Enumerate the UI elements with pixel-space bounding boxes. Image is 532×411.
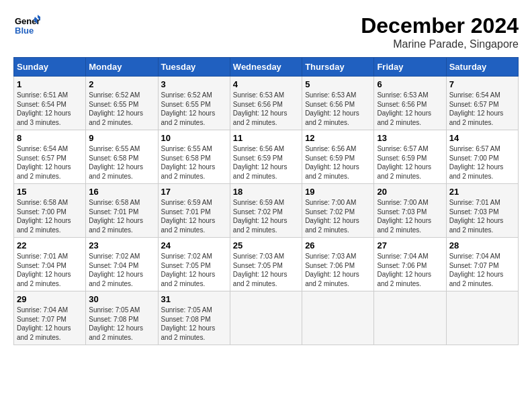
- page-header: General Blue December 2024 Marine Parade…: [13, 13, 519, 50]
- day-number: 16: [89, 187, 154, 197]
- day-number: 26: [305, 240, 371, 250]
- day-number: 2: [89, 79, 154, 89]
- day-number: 11: [233, 133, 299, 143]
- calendar-cell: 26Sunrise: 7:03 AM Sunset: 7:06 PM Dayli…: [302, 238, 374, 291]
- day-info: Sunrise: 6:56 AM Sunset: 6:59 PM Dayligh…: [233, 144, 299, 181]
- logo: General Blue: [13, 13, 40, 43]
- calendar-cell: 3Sunrise: 6:52 AM Sunset: 6:55 PM Daylig…: [158, 77, 230, 130]
- day-number: 5: [305, 79, 371, 89]
- calendar-cell: 25Sunrise: 7:03 AM Sunset: 7:05 PM Dayli…: [230, 238, 302, 291]
- day-info: Sunrise: 6:53 AM Sunset: 6:56 PM Dayligh…: [305, 91, 371, 127]
- day-number: 25: [233, 240, 299, 250]
- calendar-cell: 15Sunrise: 6:58 AM Sunset: 7:00 PM Dayli…: [14, 184, 86, 238]
- day-number: 19: [305, 187, 371, 197]
- day-info: Sunrise: 6:59 AM Sunset: 7:01 PM Dayligh…: [161, 198, 227, 234]
- calendar-week-row: 29Sunrise: 7:04 AM Sunset: 7:07 PM Dayli…: [14, 291, 519, 345]
- calendar-week-row: 8Sunrise: 6:54 AM Sunset: 6:57 PM Daylig…: [14, 130, 519, 184]
- day-info: Sunrise: 6:54 AM Sunset: 6:57 PM Dayligh…: [449, 91, 515, 127]
- day-number: 31: [161, 294, 227, 304]
- calendar-cell: 17Sunrise: 6:59 AM Sunset: 7:01 PM Dayli…: [158, 184, 230, 238]
- calendar-cell: 28Sunrise: 7:04 AM Sunset: 7:07 PM Dayli…: [446, 238, 518, 291]
- calendar-week-row: 1Sunrise: 6:51 AM Sunset: 6:54 PM Daylig…: [14, 77, 519, 130]
- day-number: 4: [233, 79, 299, 89]
- day-number: 27: [377, 240, 443, 250]
- day-number: 23: [89, 240, 154, 250]
- day-number: 30: [89, 294, 154, 304]
- day-number: 1: [17, 79, 83, 89]
- day-number: 29: [17, 294, 83, 304]
- day-info: Sunrise: 7:05 AM Sunset: 7:08 PM Dayligh…: [89, 306, 154, 342]
- calendar-cell: 2Sunrise: 6:52 AM Sunset: 6:55 PM Daylig…: [86, 77, 158, 130]
- day-number: 24: [161, 240, 227, 250]
- calendar-cell: 6Sunrise: 6:53 AM Sunset: 6:56 PM Daylig…: [374, 77, 446, 130]
- calendar-cell: 5Sunrise: 6:53 AM Sunset: 6:56 PM Daylig…: [302, 77, 374, 130]
- day-info: Sunrise: 6:58 AM Sunset: 7:00 PM Dayligh…: [17, 198, 83, 234]
- day-info: Sunrise: 6:53 AM Sunset: 6:56 PM Dayligh…: [233, 91, 299, 127]
- header-sunday: Sunday: [14, 58, 86, 77]
- day-info: Sunrise: 7:04 AM Sunset: 7:06 PM Dayligh…: [377, 252, 443, 288]
- day-info: Sunrise: 6:57 AM Sunset: 7:00 PM Dayligh…: [449, 144, 515, 181]
- calendar-cell: 9Sunrise: 6:55 AM Sunset: 6:58 PM Daylig…: [86, 130, 158, 184]
- day-number: 22: [17, 240, 83, 250]
- calendar-cell: 4Sunrise: 6:53 AM Sunset: 6:56 PM Daylig…: [230, 77, 302, 130]
- calendar-cell: 21Sunrise: 7:01 AM Sunset: 7:03 PM Dayli…: [446, 184, 518, 238]
- page-subtitle: Marine Parade, Singapore: [361, 38, 519, 50]
- day-info: Sunrise: 7:04 AM Sunset: 7:07 PM Dayligh…: [17, 306, 83, 342]
- day-number: 14: [449, 133, 515, 143]
- day-info: Sunrise: 7:02 AM Sunset: 7:04 PM Dayligh…: [89, 252, 154, 288]
- day-number: 13: [377, 133, 443, 143]
- day-number: 20: [377, 187, 443, 197]
- calendar-week-row: 22Sunrise: 7:01 AM Sunset: 7:04 PM Dayli…: [14, 238, 519, 291]
- calendar-cell: [374, 291, 446, 345]
- day-number: 21: [449, 187, 515, 197]
- logo-icon: General Blue: [13, 13, 40, 40]
- day-info: Sunrise: 7:01 AM Sunset: 7:04 PM Dayligh…: [17, 252, 83, 288]
- calendar-cell: [302, 291, 374, 345]
- day-number: 8: [17, 133, 83, 143]
- day-info: Sunrise: 6:52 AM Sunset: 6:55 PM Dayligh…: [89, 91, 154, 127]
- day-info: Sunrise: 6:54 AM Sunset: 6:57 PM Dayligh…: [17, 144, 83, 181]
- calendar-cell: 22Sunrise: 7:01 AM Sunset: 7:04 PM Dayli…: [14, 238, 86, 291]
- calendar-cell: 8Sunrise: 6:54 AM Sunset: 6:57 PM Daylig…: [14, 130, 86, 184]
- day-number: 28: [449, 240, 515, 250]
- day-number: 6: [377, 79, 443, 89]
- header-wednesday: Wednesday: [230, 58, 302, 77]
- day-info: Sunrise: 7:02 AM Sunset: 7:05 PM Dayligh…: [161, 252, 227, 288]
- day-info: Sunrise: 6:53 AM Sunset: 6:56 PM Dayligh…: [377, 91, 443, 127]
- calendar-cell: 7Sunrise: 6:54 AM Sunset: 6:57 PM Daylig…: [446, 77, 518, 130]
- day-number: 7: [449, 79, 515, 89]
- header-monday: Monday: [86, 58, 158, 77]
- header-saturday: Saturday: [446, 58, 518, 77]
- day-info: Sunrise: 6:56 AM Sunset: 6:59 PM Dayligh…: [305, 144, 371, 181]
- day-info: Sunrise: 7:00 AM Sunset: 7:02 PM Dayligh…: [305, 198, 371, 234]
- calendar-cell: [446, 291, 518, 345]
- calendar-table: SundayMondayTuesdayWednesdayThursdayFrid…: [13, 57, 519, 345]
- calendar-cell: 24Sunrise: 7:02 AM Sunset: 7:05 PM Dayli…: [158, 238, 230, 291]
- calendar-cell: 29Sunrise: 7:04 AM Sunset: 7:07 PM Dayli…: [14, 291, 86, 345]
- calendar-cell: 30Sunrise: 7:05 AM Sunset: 7:08 PM Dayli…: [86, 291, 158, 345]
- calendar-cell: 11Sunrise: 6:56 AM Sunset: 6:59 PM Dayli…: [230, 130, 302, 184]
- page-title: December 2024: [361, 13, 519, 38]
- header-friday: Friday: [374, 58, 446, 77]
- calendar-cell: 20Sunrise: 7:00 AM Sunset: 7:03 PM Dayli…: [374, 184, 446, 238]
- calendar-cell: [230, 291, 302, 345]
- day-info: Sunrise: 6:57 AM Sunset: 6:59 PM Dayligh…: [377, 144, 443, 181]
- calendar-cell: 27Sunrise: 7:04 AM Sunset: 7:06 PM Dayli…: [374, 238, 446, 291]
- calendar-cell: 16Sunrise: 6:58 AM Sunset: 7:01 PM Dayli…: [86, 184, 158, 238]
- calendar-cell: 31Sunrise: 7:05 AM Sunset: 7:08 PM Dayli…: [158, 291, 230, 345]
- day-info: Sunrise: 6:59 AM Sunset: 7:02 PM Dayligh…: [233, 198, 299, 234]
- calendar-cell: 1Sunrise: 6:51 AM Sunset: 6:54 PM Daylig…: [14, 77, 86, 130]
- day-number: 3: [161, 79, 227, 89]
- title-block: December 2024 Marine Parade, Singapore: [361, 13, 519, 50]
- day-info: Sunrise: 7:03 AM Sunset: 7:05 PM Dayligh…: [233, 252, 299, 288]
- header-thursday: Thursday: [302, 58, 374, 77]
- day-number: 9: [89, 133, 154, 143]
- calendar-cell: 14Sunrise: 6:57 AM Sunset: 7:00 PM Dayli…: [446, 130, 518, 184]
- calendar-cell: 13Sunrise: 6:57 AM Sunset: 6:59 PM Dayli…: [374, 130, 446, 184]
- calendar-week-row: 15Sunrise: 6:58 AM Sunset: 7:00 PM Dayli…: [14, 184, 519, 238]
- calendar-cell: 12Sunrise: 6:56 AM Sunset: 6:59 PM Dayli…: [302, 130, 374, 184]
- header-tuesday: Tuesday: [158, 58, 230, 77]
- day-number: 15: [17, 187, 83, 197]
- day-info: Sunrise: 7:01 AM Sunset: 7:03 PM Dayligh…: [449, 198, 515, 234]
- day-info: Sunrise: 6:51 AM Sunset: 6:54 PM Dayligh…: [17, 91, 83, 127]
